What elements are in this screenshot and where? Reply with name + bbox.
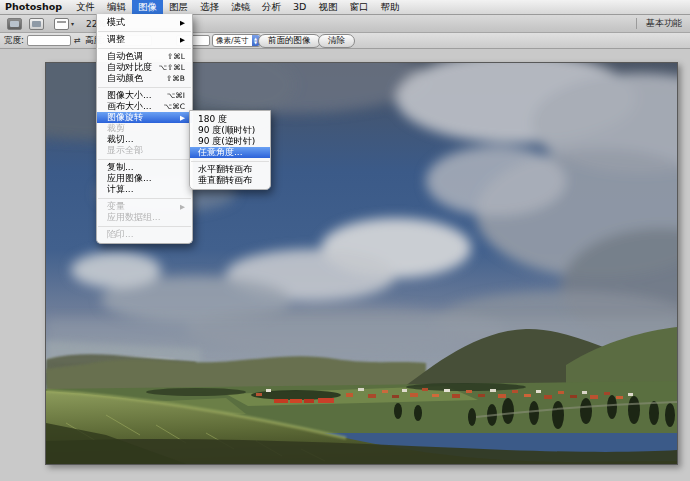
divider — [636, 18, 637, 29]
submenu-arrow-icon: ▶ — [180, 114, 185, 122]
width-input[interactable] — [27, 35, 71, 46]
submenu-arrow-icon: ▶ — [180, 19, 185, 27]
menu-edit[interactable]: 编辑 — [101, 0, 132, 14]
menu-separator — [98, 31, 191, 32]
menu-file[interactable]: 文件 — [70, 0, 101, 14]
width-label: 宽度: — [4, 33, 24, 48]
image-menu-dropdown: 模式▶ 调整▶ 自动色调⇧⌘L 自动对比度⌥⇧⌘L 自动颜色⇧⌘B 图像大小..… — [96, 14, 193, 244]
menu-separator — [98, 87, 191, 88]
front-image-button[interactable]: 前面的图像 — [258, 34, 321, 48]
submenu-arrow-icon: ▶ — [180, 36, 185, 44]
menu-image[interactable]: 图像 — [132, 0, 163, 14]
menu-separator — [98, 159, 191, 160]
workspace-switcher[interactable]: 基本功能 — [646, 17, 682, 30]
menu-window[interactable]: 窗口 — [343, 0, 374, 14]
menu-item-arbitrary[interactable]: 任意角度... — [190, 147, 270, 158]
menu-select[interactable]: 选择 — [194, 0, 225, 14]
menu-layer[interactable]: 图层 — [163, 0, 194, 14]
menu-item-adjustments[interactable]: 调整▶ — [97, 34, 192, 45]
view-extras-icon[interactable] — [29, 18, 44, 30]
chevron-down-icon: ▾ — [71, 20, 74, 27]
menu-separator — [191, 161, 269, 162]
menu-filter[interactable]: 滤镜 — [225, 0, 256, 14]
menu-item-mode[interactable]: 模式▶ — [97, 17, 192, 28]
menu-item-apply-data-set: 应用数据组... — [97, 212, 192, 223]
menu-separator — [98, 198, 191, 199]
menu-item-trap: 陷印... — [97, 229, 192, 240]
menu-separator — [98, 48, 191, 49]
swap-dimensions-icon[interactable]: ⇄ — [74, 33, 81, 48]
image-rotation-submenu: 180 度 90 度(顺时针) 90 度(逆时针) 任意角度... 水平翻转画布… — [189, 110, 271, 190]
menu-item-reveal-all: 显示全部 — [97, 145, 192, 156]
menu-item-auto-color[interactable]: 自动颜色⇧⌘B — [97, 73, 192, 84]
menu-3d[interactable]: 3D — [287, 0, 312, 14]
menu-separator — [98, 226, 191, 227]
menu-item-flip-vertical[interactable]: 垂直翻转画布 — [190, 175, 270, 186]
resolution-unit-dropdown[interactable]: 像素/英寸 ▲▼ — [212, 34, 261, 47]
bridge-icon[interactable] — [7, 18, 22, 30]
menu-analysis[interactable]: 分析 — [256, 0, 287, 14]
resolution-unit-value: 像素/英寸 — [216, 36, 249, 46]
menu-item-calculations[interactable]: 计算... — [97, 184, 192, 195]
menu-photoshop[interactable]: Photoshop — [0, 0, 70, 14]
screen-mode-icon[interactable] — [54, 18, 69, 30]
menu-view[interactable]: 视图 — [312, 0, 343, 14]
submenu-arrow-icon: ▶ — [180, 203, 185, 211]
menu-help[interactable]: 帮助 — [374, 0, 405, 14]
menu-bar: Photoshop 文件 编辑 图像 图层 选择 滤镜 分析 3D 视图 窗口 … — [0, 0, 690, 15]
clear-button[interactable]: 清除 — [318, 34, 355, 48]
